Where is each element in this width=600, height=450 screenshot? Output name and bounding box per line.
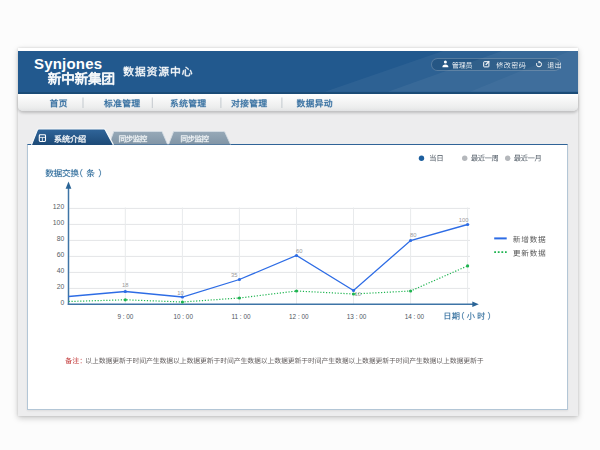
svg-text:100: 100 [459,217,469,223]
svg-text:60: 60 [57,251,65,258]
svg-text:120: 120 [53,203,65,210]
svg-text:10 : 00: 10 : 00 [173,313,193,320]
svg-text:10: 10 [177,290,183,296]
svg-text:10: 10 [354,291,360,297]
svg-text:18: 18 [122,282,128,288]
svg-text:20: 20 [57,283,65,290]
svg-text:40: 40 [57,267,65,274]
svg-text:60: 60 [296,248,302,254]
svg-text:80: 80 [410,232,416,238]
svg-text:14 : 00: 14 : 00 [405,313,425,320]
svg-text:13 : 00: 13 : 00 [347,313,367,320]
svg-text:Synjones: Synjones [34,55,102,72]
svg-text:0: 0 [60,299,64,306]
svg-text:80: 80 [57,235,65,242]
svg-text:9 : 00: 9 : 00 [117,313,133,320]
svg-text:12 : 00: 12 : 00 [289,313,309,320]
svg-text:11 : 00: 11 : 00 [231,313,251,320]
svg-text:35: 35 [231,272,237,278]
svg-text:100: 100 [53,219,65,226]
